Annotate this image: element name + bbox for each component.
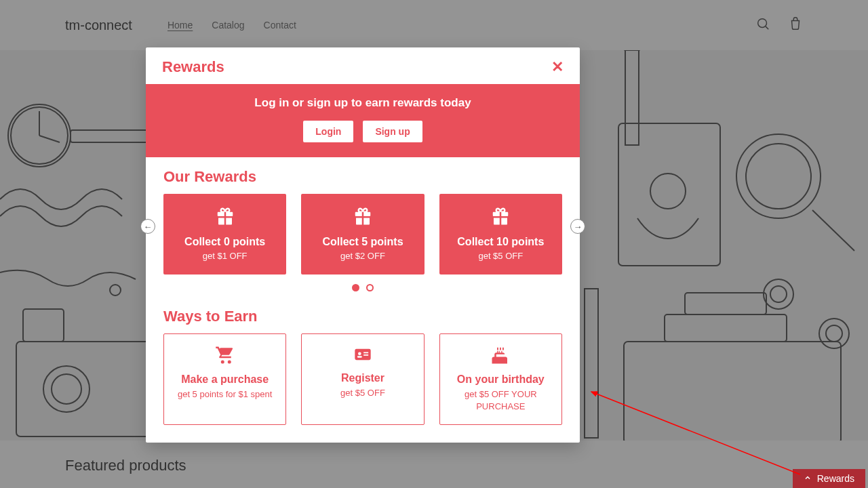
- svg-point-28: [220, 361, 224, 364]
- rewards-heading: Our Rewards: [163, 168, 562, 186]
- carousel-prev-button[interactable]: ←: [140, 219, 155, 234]
- gift-icon: [489, 217, 512, 228]
- earn-cards: Make a purchase get 5 points for $1 spen…: [163, 333, 562, 425]
- close-icon[interactable]: ✕: [551, 60, 564, 75]
- earn-card[interactable]: On your birthday get $5 OFF YOUR PURCHAS…: [439, 333, 562, 425]
- reward-title: Collect 10 points: [445, 236, 557, 248]
- earn-title: On your birthday: [447, 373, 555, 386]
- earn-sub: get $5 OFF YOUR PURCHASE: [447, 388, 555, 412]
- auth-message: Log in or sign up to earn rewards today: [157, 96, 569, 110]
- dot-1[interactable]: [352, 284, 359, 291]
- earn-card[interactable]: Make a purchase get 5 points for $1 spen…: [163, 333, 286, 425]
- earn-sub: get 5 points for $1 spent: [171, 388, 279, 401]
- floating-rewards-tab[interactable]: Rewards: [793, 469, 865, 488]
- reward-card[interactable]: Collect 10 points get $5 OFF: [439, 194, 562, 274]
- login-button[interactable]: Login: [303, 121, 353, 142]
- id-card-icon: [351, 354, 374, 366]
- reward-title: Collect 0 points: [169, 236, 281, 248]
- svg-point-29: [227, 361, 231, 364]
- reward-card[interactable]: Collect 5 points get $2 OFF: [301, 194, 424, 274]
- reward-title: Collect 5 points: [307, 236, 418, 248]
- earn-heading: Ways to Earn: [163, 308, 562, 325]
- modal-title: Rewards: [162, 58, 224, 76]
- birthday-cake-icon: [489, 356, 512, 367]
- rewards-modal: Rewards ✕ Log in or sign up to earn rewa…: [146, 47, 580, 443]
- reward-sub: get $5 OFF: [445, 251, 557, 261]
- svg-rect-36: [500, 348, 501, 350]
- svg-rect-33: [363, 352, 368, 354]
- rewards-cards: Collect 0 points get $1 OFF Collect 5 po…: [163, 194, 562, 274]
- svg-rect-30: [355, 349, 370, 360]
- earn-title: Make a purchase: [171, 373, 279, 386]
- earn-sub: get $5 OFF: [309, 387, 416, 399]
- svg-rect-37: [502, 348, 504, 350]
- chevron-up-icon: [804, 473, 812, 484]
- carousel-next-button[interactable]: →: [570, 219, 585, 234]
- auth-band: Log in or sign up to earn rewards today …: [146, 84, 580, 157]
- reward-sub: get $2 OFF: [307, 251, 418, 261]
- gift-icon: [351, 217, 374, 228]
- dot-2[interactable]: [366, 284, 374, 291]
- signup-button[interactable]: Sign up: [363, 121, 422, 142]
- floating-tab-label: Rewards: [817, 473, 854, 484]
- carousel-dots: [163, 284, 562, 294]
- rewards-section: Our Rewards Collect 0 points get $1 OFF …: [146, 157, 580, 297]
- earn-card[interactable]: Register get $5 OFF: [301, 333, 424, 425]
- earn-section: Ways to Earn Make a purchase get 5 point…: [146, 297, 580, 443]
- svg-rect-32: [357, 356, 362, 357]
- cart-icon: [214, 356, 237, 367]
- svg-rect-34: [363, 354, 368, 356]
- gift-icon: [214, 217, 237, 228]
- svg-point-31: [358, 352, 361, 356]
- reward-sub: get $1 OFF: [169, 251, 281, 261]
- reward-card[interactable]: Collect 0 points get $1 OFF: [163, 194, 286, 274]
- svg-rect-35: [497, 348, 498, 350]
- earn-title: Register: [309, 372, 416, 384]
